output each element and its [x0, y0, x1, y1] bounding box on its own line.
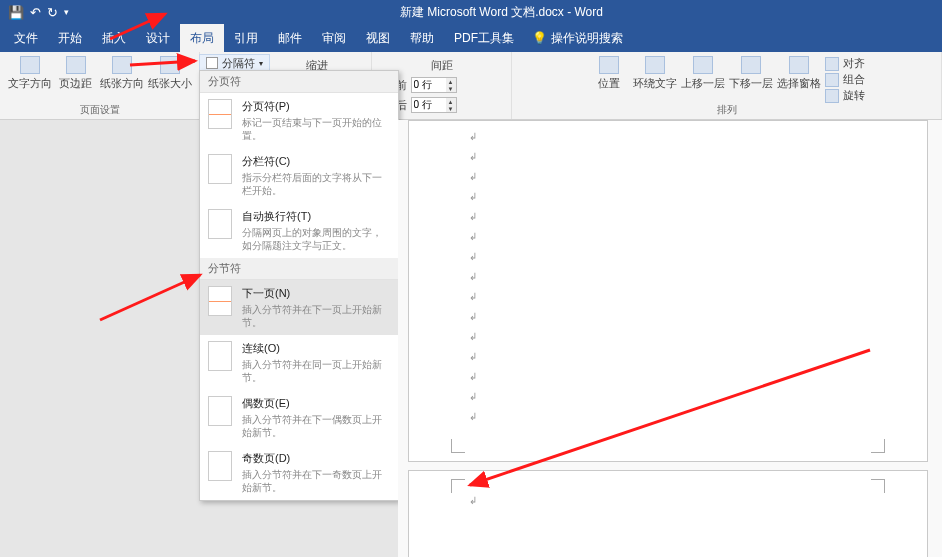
- paragraph-mark: ↲: [469, 191, 477, 202]
- lightbulb-icon: 💡: [532, 31, 547, 45]
- size-button[interactable]: 纸张大小: [148, 56, 192, 91]
- tab-help[interactable]: 帮助: [400, 24, 444, 52]
- send-backward-button[interactable]: 下移一层: [729, 56, 773, 103]
- page-corner: [451, 439, 465, 453]
- down-icon[interactable]: ▼: [446, 85, 456, 92]
- up-icon[interactable]: ▲: [446, 78, 456, 85]
- page-break-icon: [208, 99, 232, 129]
- quick-access-toolbar: 💾 ↶ ↻ ▾: [8, 5, 69, 20]
- paragraph-mark: ↲: [469, 271, 477, 282]
- continuous-icon: [208, 341, 232, 371]
- wrap-text-button[interactable]: 环绕文字: [633, 56, 677, 103]
- tab-layout[interactable]: 布局: [180, 24, 224, 52]
- even-page-icon: [208, 396, 232, 426]
- page-2[interactable]: ↲ 2: [408, 470, 928, 557]
- ribbon-tabs: 文件 开始 插入 设计 布局 引用 邮件 审阅 视图 帮助 PDF工具集 💡 操…: [0, 24, 942, 52]
- chevron-down-icon: ▾: [259, 59, 263, 68]
- paragraph-mark: ↲: [469, 211, 477, 222]
- menu-item-continuous[interactable]: 连续(O)插入分节符并在同一页上开始新节。: [200, 335, 398, 390]
- rotate-button[interactable]: 旋转: [825, 88, 865, 103]
- column-break-icon: [208, 154, 232, 184]
- paragraph-mark: ↲: [469, 171, 477, 182]
- page-1[interactable]: ↲ ↲ ↲ ↲ ↲ ↲ ↲ ↲ ↲ ↲ ↲ ↲ ↲ ↲ ↲: [408, 120, 928, 462]
- paragraph-mark: ↲: [469, 351, 477, 362]
- bring-forward-button[interactable]: 上移一层: [681, 56, 725, 103]
- paragraph-mark: ↲: [469, 291, 477, 302]
- menu-item-text-wrapping[interactable]: 自动换行符(T)分隔网页上的对象周围的文字，如分隔题注文字与正文。: [200, 203, 398, 258]
- breaks-icon: [206, 57, 218, 69]
- rotate-icon: [825, 89, 839, 103]
- spacing-before-input[interactable]: [412, 80, 446, 91]
- text-direction-icon: [20, 56, 40, 74]
- down-icon[interactable]: ▼: [446, 105, 456, 112]
- text-wrapping-icon: [208, 209, 232, 239]
- text-direction-button[interactable]: 文字方向: [8, 56, 52, 91]
- tab-pdf-tools[interactable]: PDF工具集: [444, 24, 524, 52]
- paragraph-mark: ↲: [469, 311, 477, 322]
- window-title: 新建 Microsoft Word 文档.docx - Word: [69, 4, 934, 21]
- selection-pane-icon: [789, 56, 809, 74]
- undo-icon[interactable]: ↶: [30, 5, 41, 20]
- menu-item-odd-page[interactable]: 奇数页(D)插入分节符并在下一奇数页上开始新节。: [200, 445, 398, 500]
- menu-item-even-page[interactable]: 偶数页(E)插入分节符并在下一偶数页上开始新节。: [200, 390, 398, 445]
- tell-me-label: 操作说明搜索: [551, 30, 623, 47]
- svg-line-2: [100, 275, 200, 320]
- size-icon: [160, 56, 180, 74]
- breaks-dropdown: 分页符 分页符(P)标记一页结束与下一页开始的位置。 分栏符(C)指示分栏符后面…: [199, 70, 399, 501]
- breaks-label: 分隔符: [222, 56, 255, 71]
- save-icon[interactable]: 💾: [8, 5, 24, 20]
- orientation-icon: [112, 56, 132, 74]
- title-bar: 💾 ↶ ↻ ▾ 新建 Microsoft Word 文档.docx - Word: [0, 0, 942, 24]
- margins-button[interactable]: 页边距: [56, 56, 96, 91]
- spacing-after-input[interactable]: [412, 100, 446, 111]
- tab-references[interactable]: 引用: [224, 24, 268, 52]
- group-page-setup: 文字方向 页边距 纸张方向 纸张大小 页面设置: [0, 52, 200, 119]
- menu-item-column-break[interactable]: 分栏符(C)指示分栏符后面的文字将从下一栏开始。: [200, 148, 398, 203]
- dropdown-section-section-breaks: 分节符: [200, 258, 398, 280]
- spacing-after-spinner[interactable]: ▲▼: [411, 97, 457, 113]
- wrap-icon: [645, 56, 665, 74]
- tab-file[interactable]: 文件: [4, 24, 48, 52]
- tab-design[interactable]: 设计: [136, 24, 180, 52]
- paragraph-mark: ↲: [469, 411, 477, 422]
- align-button[interactable]: 对齐: [825, 56, 865, 71]
- group-page-setup-label: 页面设置: [80, 103, 120, 117]
- next-page-icon: [208, 286, 232, 316]
- redo-icon[interactable]: ↻: [47, 5, 58, 20]
- group-button[interactable]: 组合: [825, 72, 865, 87]
- tab-home[interactable]: 开始: [48, 24, 92, 52]
- position-icon: [599, 56, 619, 74]
- paragraph-mark: ↲: [469, 495, 477, 506]
- document-canvas[interactable]: ↲ ↲ ↲ ↲ ↲ ↲ ↲ ↲ ↲ ↲ ↲ ↲ ↲ ↲ ↲ ↲ 2: [398, 120, 942, 557]
- page-corner: [871, 479, 885, 493]
- paragraph-mark: ↲: [469, 231, 477, 242]
- spacing-label: 间距: [431, 56, 453, 74]
- page-corner: [451, 479, 465, 493]
- group-arrange-label: 排列: [717, 103, 737, 117]
- position-button[interactable]: 位置: [589, 56, 629, 103]
- page-corner: [871, 439, 885, 453]
- dropdown-section-page-breaks: 分页符: [200, 71, 398, 93]
- odd-page-icon: [208, 451, 232, 481]
- menu-item-next-page[interactable]: 下一页(N)插入分节符并在下一页上开始新节。: [200, 280, 398, 335]
- paragraph-mark: ↲: [469, 151, 477, 162]
- group-arrange: 位置 环绕文字 上移一层 下移一层 选择窗格 对齐 组合 旋转 排列: [512, 52, 942, 119]
- tab-review[interactable]: 审阅: [312, 24, 356, 52]
- bring-forward-icon: [693, 56, 713, 74]
- tell-me-search[interactable]: 💡 操作说明搜索: [532, 24, 623, 52]
- selection-pane-button[interactable]: 选择窗格: [777, 56, 821, 103]
- paragraph-mark: ↲: [469, 251, 477, 262]
- tab-mailings[interactable]: 邮件: [268, 24, 312, 52]
- paragraph-mark: ↲: [469, 131, 477, 142]
- group-icon: [825, 73, 839, 87]
- tab-view[interactable]: 视图: [356, 24, 400, 52]
- up-icon[interactable]: ▲: [446, 98, 456, 105]
- align-icon: [825, 57, 839, 71]
- paragraph-mark: ↲: [469, 371, 477, 382]
- spacing-before-spinner[interactable]: ▲▼: [411, 77, 457, 93]
- ribbon: 文字方向 页边距 纸张方向 纸张大小 页面设置 分隔符 ▾ 缩进 ▲▼ ▲▼ 段…: [0, 52, 942, 120]
- tab-insert[interactable]: 插入: [92, 24, 136, 52]
- paragraph-mark: ↲: [469, 391, 477, 402]
- menu-item-page-break[interactable]: 分页符(P)标记一页结束与下一页开始的位置。: [200, 93, 398, 148]
- orientation-button[interactable]: 纸张方向: [100, 56, 144, 91]
